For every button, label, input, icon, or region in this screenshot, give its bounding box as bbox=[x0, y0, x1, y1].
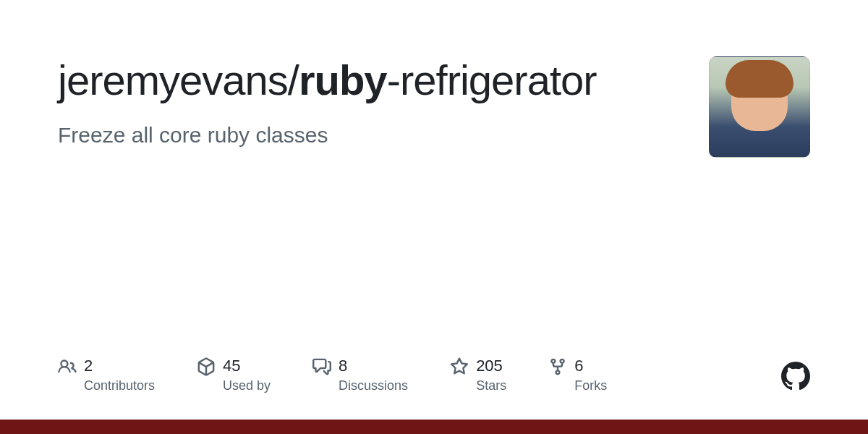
package-icon bbox=[197, 357, 216, 376]
stat-count: 6 bbox=[574, 356, 607, 376]
stat-label: Contributors bbox=[84, 378, 155, 394]
fork-icon bbox=[548, 357, 567, 376]
accent-bar bbox=[0, 420, 868, 434]
people-icon bbox=[58, 357, 77, 376]
stat-discussions[interactable]: 8 Discussions bbox=[312, 356, 408, 393]
stat-label: Discussions bbox=[339, 378, 408, 394]
repo-name-rest: -refrigerator bbox=[387, 56, 597, 103]
star-icon bbox=[450, 357, 469, 376]
stat-stars[interactable]: 205 Stars bbox=[450, 356, 506, 393]
repo-title[interactable]: jeremyevans/ruby-refrigerator bbox=[58, 56, 680, 105]
header-row: jeremyevans/ruby-refrigerator Freeze all… bbox=[58, 56, 810, 158]
repo-description: Freeze all core ruby classes bbox=[58, 121, 680, 149]
stat-label: Forks bbox=[574, 378, 607, 394]
title-block: jeremyevans/ruby-refrigerator Freeze all… bbox=[58, 56, 680, 149]
stats-row: 2 Contributors 45 Used by 8 Discussions … bbox=[58, 356, 810, 393]
repo-owner: jeremyevans bbox=[58, 56, 288, 103]
repo-name-bold: ruby bbox=[299, 56, 387, 103]
discussion-icon bbox=[312, 357, 331, 376]
stat-contributors[interactable]: 2 Contributors bbox=[58, 356, 155, 393]
repo-slash: / bbox=[288, 56, 299, 103]
avatar[interactable] bbox=[709, 56, 810, 158]
stat-label: Stars bbox=[476, 378, 506, 394]
stat-count: 45 bbox=[223, 356, 271, 376]
stat-used-by[interactable]: 45 Used by bbox=[197, 356, 271, 393]
stat-forks[interactable]: 6 Forks bbox=[548, 356, 607, 393]
stat-label: Used by bbox=[223, 378, 271, 394]
stat-count: 205 bbox=[476, 356, 506, 376]
stat-count: 2 bbox=[84, 356, 155, 376]
stat-count: 8 bbox=[339, 356, 408, 376]
github-logo-icon[interactable] bbox=[781, 362, 810, 393]
